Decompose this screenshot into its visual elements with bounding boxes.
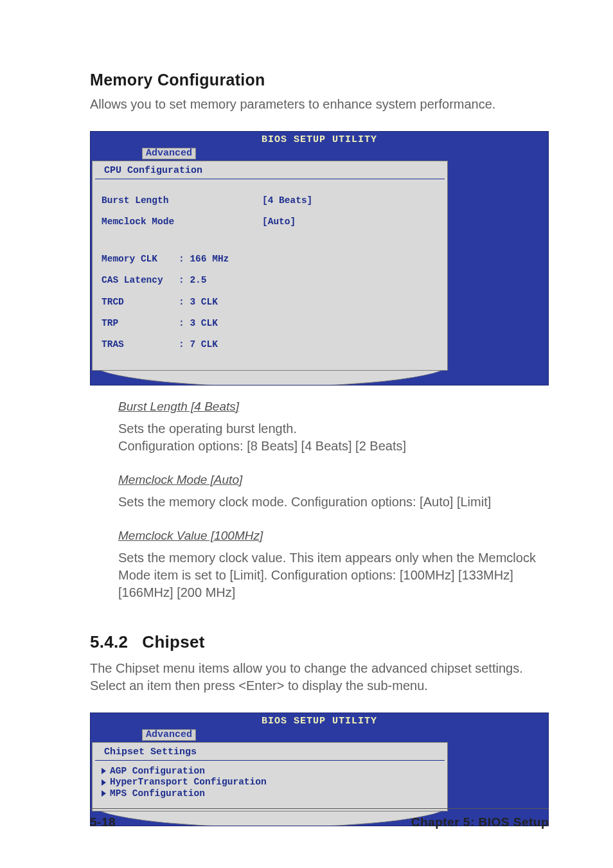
section-number: 5.4.2 <box>90 632 128 651</box>
bios-info-value: : 7 CLK <box>179 339 218 350</box>
bios-info-value: : 3 CLK <box>179 318 218 329</box>
text-line: Configuration options: [8 Beats] [4 Beat… <box>118 439 406 453</box>
text-memclock-mode: Sets the memory clock mode. Configuratio… <box>118 493 549 511</box>
bios-submenu-item: AGP Configuration <box>93 766 447 777</box>
bios-info-label: TRP <box>102 318 179 329</box>
subhead-memclock-value: Memclock Value [100MHz] <box>118 529 549 543</box>
page-number: 5-18 <box>90 815 116 829</box>
bios-panel-title: Chipset Settings <box>95 743 445 761</box>
chapter-title: Chapter 5: BIOS Setup <box>411 815 549 829</box>
bios-tab-advanced: Advanced <box>142 729 196 741</box>
subhead-burst-length: Burst Length [4 Beats] <box>118 400 549 414</box>
bios-submenu-item: MPS Configuration <box>93 788 447 799</box>
triangle-icon <box>102 790 106 797</box>
heading-memory-configuration: Memory Configuration <box>90 71 549 89</box>
bios-row-label: Burst Length <box>102 195 262 206</box>
subhead-memclock-mode: Memclock Mode [Auto] <box>118 473 549 487</box>
page-footer: 5-18 Chapter 5: BIOS Setup <box>90 808 549 829</box>
bios-utility-title: BIOS SETUP UTILITY <box>91 132 548 146</box>
triangle-icon <box>102 779 106 786</box>
bios-row-label: Memclock Mode <box>102 217 262 227</box>
bios-info-label: Memory CLK <box>102 254 179 265</box>
bios-tab-advanced: Advanced <box>142 148 196 159</box>
intro-chipset: The Chipset menu items allow you to chan… <box>90 660 549 695</box>
bios-info-value: : 166 MHz <box>179 254 229 265</box>
bios-submenu-item: HyperTransport Configuration <box>93 777 447 788</box>
bios-item-label: MPS Configuration <box>110 788 205 799</box>
text-line: Sets the operating burst length. <box>118 421 297 436</box>
bios-item-label: HyperTransport Configuration <box>110 777 267 788</box>
bios-info-value: : 3 CLK <box>179 297 218 308</box>
bios-utility-title: BIOS SETUP UTILITY <box>91 713 548 728</box>
bios-info-label: TRAS <box>102 339 179 350</box>
triangle-icon <box>102 768 106 774</box>
text-burst-length: Sets the operating burst length. Configu… <box>118 420 549 455</box>
section-title: Chipset <box>142 632 204 651</box>
bios-info-label: TRCD <box>102 297 179 308</box>
bios-item-label: AGP Configuration <box>110 766 205 777</box>
bios-screenshot-memory: BIOS SETUP UTILITY Advanced CPU Configur… <box>90 131 549 385</box>
text-memclock-value: Sets the memory clock value. This item a… <box>118 549 549 601</box>
heading-chipset: 5.4.2Chipset <box>90 632 549 652</box>
intro-memory-configuration: Allows you to set memory parameters to e… <box>90 96 549 113</box>
bios-panel-title: CPU Configuration <box>95 161 445 179</box>
bios-row-value: [4 Beats] <box>262 195 312 206</box>
bios-row-value: [Auto] <box>262 217 296 227</box>
bios-info-label: CAS Latency <box>102 275 179 286</box>
bios-info-value: : 2.5 <box>179 275 207 286</box>
